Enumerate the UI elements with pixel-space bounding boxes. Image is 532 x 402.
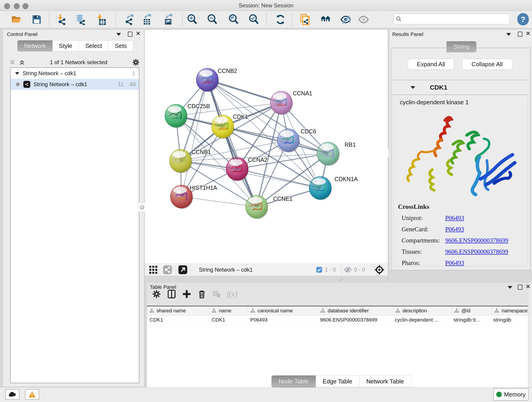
edge-CCNA2-CDKN1A[interactable]: [237, 169, 320, 188]
collapse-all-button[interactable]: Collapse All: [462, 59, 512, 70]
expand-all-icon[interactable]: [19, 59, 25, 66]
home-networks-icon[interactable]: [320, 14, 331, 25]
column-header-description[interactable]: description: [393, 306, 452, 315]
network-options-gear-icon[interactable]: [132, 58, 140, 66]
table-cell[interactable]: stringdb:9...: [451, 315, 491, 325]
tab-network-table[interactable]: Network Table: [360, 375, 411, 387]
cloud-status-button[interactable]: [5, 389, 19, 400]
network-collection-row[interactable]: String Network – cdk1 1: [11, 68, 139, 79]
panel-float-icon[interactable]: [518, 285, 522, 290]
tab-style[interactable]: Style: [52, 40, 79, 51]
column-header-namespace[interactable]: namespace: [492, 306, 531, 315]
column-header-canonical-name[interactable]: canonical name: [248, 306, 318, 315]
node-CDK1[interactable]: [212, 115, 234, 139]
node-CCNA2[interactable]: [226, 157, 249, 181]
crosslink-label: Uniprot:: [402, 215, 445, 222]
selected-checkbox-icon[interactable]: [316, 266, 323, 273]
network-share-icon[interactable]: [163, 265, 172, 274]
section-collapse-icon[interactable]: [411, 86, 415, 89]
birds-eye-grid-icon[interactable]: [148, 265, 158, 274]
open-file-icon[interactable]: [11, 14, 22, 25]
crosslink-link[interactable]: P06493: [445, 259, 464, 266]
network-view-canvas[interactable]: CCNB2CCNA1CDC25BCDK1CDC6RB1CCNB1CCNA2CDK…: [145, 30, 388, 264]
crosslink-link[interactable]: P06493: [445, 215, 464, 222]
crosslink-row: Pharos:P06493: [402, 259, 528, 266]
panel-menu-icon[interactable]: [508, 286, 512, 289]
show-all-icon[interactable]: [358, 14, 369, 25]
panel-menu-icon[interactable]: [116, 33, 121, 36]
add-column-icon[interactable]: [182, 289, 191, 299]
zoom-out-icon[interactable]: [207, 14, 218, 25]
clone-network-icon[interactable]: [300, 14, 311, 25]
panel-close-icon[interactable]: ✕: [526, 284, 531, 289]
node-CDC6[interactable]: [277, 129, 300, 153]
node-CCNA1[interactable]: [270, 91, 293, 115]
column-header-name[interactable]: name: [209, 306, 248, 315]
table-cell[interactable]: stringdb: [491, 315, 530, 325]
collapse-all-icon[interactable]: [9, 59, 16, 66]
network-row-selected[interactable]: String Network – cdk1 11 48: [11, 79, 139, 90]
zoom-fit-icon[interactable]: [228, 14, 239, 25]
edge-CCNB2-HIST1H1A[interactable]: [181, 80, 207, 197]
column-header-shared-name[interactable]: shared name: [147, 306, 209, 315]
toolbar-separator: [115, 13, 116, 26]
show-columns-icon[interactable]: [167, 289, 176, 299]
table-cell[interactable]: CDK1: [147, 315, 209, 325]
tab-edge-table[interactable]: Edge Table: [316, 375, 360, 387]
import-network-database-icon[interactable]: [75, 14, 86, 25]
node-CCNB1[interactable]: [170, 149, 192, 173]
horizontal-splitter-handle[interactable]: [339, 277, 342, 281]
search-input[interactable]: [404, 16, 510, 22]
string-network-graph[interactable]: CCNB2CCNA1CDC25BCDK1CDC6RB1CCNB1CCNA2CDK…: [145, 30, 388, 264]
refresh-layout-icon[interactable]: [275, 14, 286, 25]
crosslink-label: Pharos:: [402, 259, 445, 266]
crosslink-link[interactable]: 9606.ENSP00000378699: [445, 248, 508, 255]
warnings-button[interactable]: [25, 389, 39, 400]
import-network-file-icon[interactable]: [56, 14, 67, 25]
control-panel: Control Panel ✕ NetworkStyleSelectSets 1…: [3, 30, 144, 386]
table-cell[interactable]: cyclin-dependent ...: [392, 315, 451, 325]
table-row[interactable]: CDK1CDK1P064939606.ENSP00000378699cyclin…: [147, 315, 528, 325]
hidden-eye-icon[interactable]: [344, 266, 352, 274]
panel-float-icon[interactable]: [518, 32, 522, 37]
zoom-selected-icon[interactable]: [248, 14, 259, 25]
save-session-icon[interactable]: [31, 14, 42, 25]
tab-node-table[interactable]: Node Table: [272, 375, 316, 387]
panel-close-icon[interactable]: ✕: [526, 31, 531, 36]
delete-column-icon[interactable]: [197, 289, 206, 299]
open-in-window-icon[interactable]: [178, 265, 188, 274]
help-button[interactable]: ?: [517, 13, 529, 26]
table-cell[interactable]: P06493: [247, 315, 317, 325]
tab-sets[interactable]: Sets: [108, 40, 133, 51]
column-header-database-identifier[interactable]: database identifier: [318, 306, 393, 315]
panel-close-icon[interactable]: ✕: [136, 31, 141, 36]
tab-select[interactable]: Select: [79, 40, 108, 51]
node-RB1[interactable]: [317, 142, 340, 166]
expand-all-button[interactable]: Expand All: [408, 59, 454, 70]
crosslink-link[interactable]: 9606.ENSP00000378699: [445, 237, 508, 244]
table-options-gear-icon[interactable]: [152, 289, 161, 299]
export-image-icon[interactable]: [163, 14, 174, 25]
protein-section-header[interactable]: CDK1: [391, 81, 529, 95]
fit-content-crosshair-icon[interactable]: [374, 265, 385, 275]
crosslink-row: Uniprot:P06493: [402, 215, 528, 222]
node-label-CDC6: CDC6: [301, 128, 316, 134]
node-CDC25B[interactable]: [165, 104, 187, 128]
tree-expand-icon[interactable]: [15, 72, 19, 75]
hide-selected-icon[interactable]: [340, 14, 351, 25]
table-cell[interactable]: 9606.ENSP00000378699: [317, 315, 392, 325]
export-network-icon[interactable]: [124, 14, 135, 25]
memory-button[interactable]: Memory: [493, 388, 529, 401]
crosslink-link[interactable]: P06493: [445, 226, 464, 233]
column-header-id[interactable]: @id: [452, 306, 492, 315]
zoom-in-icon[interactable]: [187, 14, 198, 25]
import-table-file-icon[interactable]: [96, 14, 107, 25]
tab-network[interactable]: Network: [17, 40, 52, 51]
table-cell[interactable]: CDK1: [209, 315, 247, 325]
panel-float-icon[interactable]: [128, 32, 133, 37]
export-table-icon[interactable]: [141, 14, 152, 25]
results-panel-title: Results Panel: [392, 32, 423, 37]
node-CDKN1A[interactable]: [309, 177, 332, 200]
node-CCNE1[interactable]: [246, 195, 268, 219]
panel-menu-icon[interactable]: [506, 33, 511, 36]
